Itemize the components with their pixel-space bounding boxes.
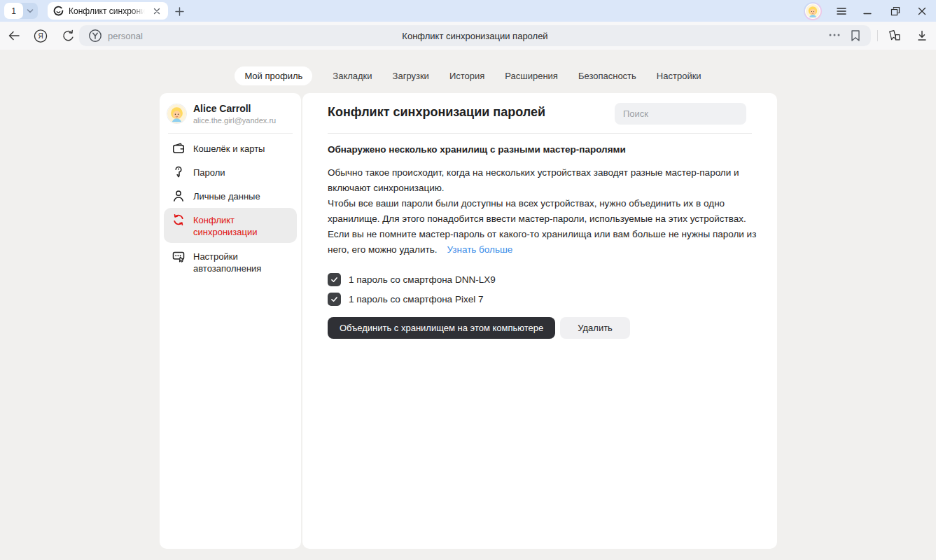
address-bar[interactable]: personal Конфликт синхронизации паролей bbox=[79, 25, 871, 46]
browser-toolbar: Я personal Конфликт синхронизации пароле… bbox=[0, 22, 936, 50]
sidebar-item-autofill-settings[interactable]: Настройки автозаполнения bbox=[164, 244, 297, 279]
browser-profile-avatar[interactable] bbox=[804, 2, 822, 20]
tab-settings[interactable]: Настройки bbox=[657, 71, 701, 81]
sidebar-item-personal-data[interactable]: Личные данные bbox=[164, 184, 297, 208]
browser-tab-active[interactable]: Конфликт синхрониза bbox=[48, 2, 168, 20]
profile-header: Alice Carroll alice.the.girl@yandex.ru bbox=[160, 93, 301, 133]
conflict-paragraph-1: Обычно такое происходит, когда на нескол… bbox=[328, 165, 757, 196]
sidebar-item-wallet[interactable]: Кошелёк и карты bbox=[164, 136, 297, 160]
tab-bookmarks[interactable]: Закладки bbox=[333, 71, 372, 81]
conflict-paragraph-2-text: Чтобы все ваши пароли были доступны на в… bbox=[328, 198, 756, 255]
checkbox-checked-icon[interactable] bbox=[328, 273, 341, 286]
conflict-paragraph-2: Чтобы все ваши пароли были доступны на в… bbox=[328, 196, 757, 258]
tab-extensions[interactable]: Расширения bbox=[505, 71, 558, 81]
tab-counter[interactable]: 1 bbox=[4, 3, 38, 19]
address-bar-page-title: Конфликт синхронизации паролей bbox=[79, 31, 871, 41]
tab-security[interactable]: Безопасность bbox=[578, 71, 636, 81]
settings-nav: Мой профиль Закладки Загрузки История Ра… bbox=[0, 66, 936, 85]
profile-sidebar: Alice Carroll alice.the.girl@yandex.ru К… bbox=[160, 93, 301, 549]
storage-checkbox-row-1[interactable]: 1 пароль со смартфона DNN-LX9 bbox=[328, 273, 757, 286]
yandex-home-icon[interactable]: Я bbox=[34, 29, 48, 43]
tab-favicon-smiley-icon bbox=[53, 6, 64, 16]
more-actions-icon[interactable] bbox=[829, 34, 840, 36]
profile-name: Alice Carroll bbox=[193, 103, 276, 115]
merge-button[interactable]: Объединить с хранилищем на этом компьюте… bbox=[328, 317, 555, 339]
downloads-icon[interactable] bbox=[915, 29, 929, 43]
tab-count-badge[interactable]: 1 bbox=[4, 3, 23, 19]
conflict-content: Обнаружено несколько хранилищ с разными … bbox=[328, 144, 757, 339]
new-tab-button[interactable] bbox=[173, 5, 186, 18]
profile-email: alice.the.girl@yandex.ru bbox=[193, 116, 276, 125]
profile-info: Alice Carroll alice.the.girl@yandex.ru bbox=[193, 103, 276, 125]
learn-more-link[interactable]: Узнать больше bbox=[447, 244, 512, 255]
sidebar-item-label: Кошелёк и карты bbox=[193, 141, 265, 155]
toolbar-separator bbox=[877, 30, 878, 41]
sidebar-item-label: Конфликт синхронизации bbox=[193, 213, 289, 238]
page-title: Конфликт синхронизации паролей bbox=[328, 105, 545, 120]
tab-title: Конфликт синхрониза bbox=[69, 6, 146, 16]
main-panel: Конфликт синхронизации паролей Обнаружен… bbox=[302, 93, 777, 549]
tab-strip: 1 Конфликт синхрониза bbox=[0, 0, 936, 22]
reload-icon[interactable] bbox=[61, 29, 75, 43]
sync-icon bbox=[172, 213, 186, 227]
window-restore-icon[interactable] bbox=[885, 0, 906, 22]
tab-history[interactable]: История bbox=[449, 71, 484, 81]
sidebar-item-sync-conflict[interactable]: Конфликт синхронизации bbox=[164, 208, 297, 243]
key-icon bbox=[172, 165, 186, 179]
avatar bbox=[167, 104, 186, 123]
storage-checkbox-row-2[interactable]: 1 пароль со смартфона Pixel 7 bbox=[328, 293, 757, 306]
tab-downloads[interactable]: Загрузки bbox=[393, 71, 429, 81]
window-minimize-icon[interactable] bbox=[857, 0, 878, 22]
svg-text:Я: Я bbox=[38, 32, 43, 40]
conflict-heading: Обнаружено несколько хранилищ с разными … bbox=[328, 144, 757, 155]
delete-button[interactable]: Удалить bbox=[560, 317, 630, 339]
checkbox-label: 1 пароль со смартфона DNN-LX9 bbox=[349, 274, 496, 285]
search-input[interactable] bbox=[615, 103, 746, 125]
bookmark-icon[interactable] bbox=[850, 29, 861, 42]
checkbox-checked-icon[interactable] bbox=[328, 293, 341, 306]
content-divider bbox=[328, 133, 752, 134]
sidebar-item-passwords[interactable]: Пароли bbox=[164, 160, 297, 184]
tab-close-icon[interactable] bbox=[151, 6, 162, 17]
back-icon[interactable] bbox=[7, 29, 21, 43]
collections-icon[interactable] bbox=[888, 29, 902, 43]
actions: Объединить с хранилищем на этом компьюте… bbox=[328, 317, 757, 339]
window-close-icon[interactable] bbox=[911, 0, 932, 22]
sidebar-item-label: Пароли bbox=[193, 165, 225, 178]
sidebar-item-label: Личные данные bbox=[193, 189, 260, 202]
wallet-icon bbox=[172, 141, 186, 155]
storage-checklist: 1 пароль со смартфона DNN-LX9 1 пароль с… bbox=[328, 273, 757, 306]
checkbox-label: 1 пароль со смартфона Pixel 7 bbox=[349, 294, 483, 304]
sidebar-menu: Кошелёк и карты Пароли Личные данные bbox=[160, 134, 301, 282]
tab-my-profile[interactable]: Мой профиль bbox=[235, 66, 312, 85]
sidebar-item-label: Настройки автозаполнения bbox=[193, 249, 289, 274]
person-icon bbox=[172, 189, 186, 203]
browser-menu-icon[interactable] bbox=[831, 0, 852, 22]
autofill-icon bbox=[172, 249, 186, 263]
